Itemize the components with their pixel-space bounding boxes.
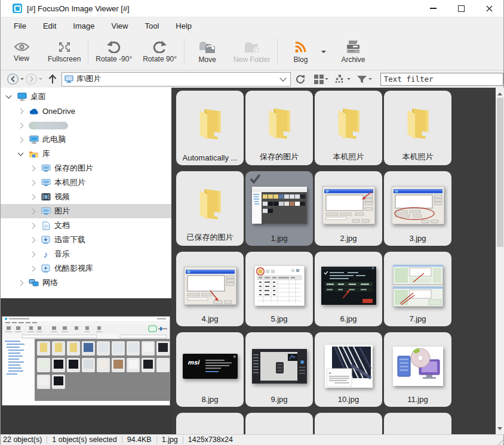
scroll-up-arrow[interactable] — [496, 88, 504, 97]
tree-item-network[interactable]: 网络 — [1, 276, 172, 290]
tile-image-2jpg[interactable]: 2.jpg — [315, 171, 382, 246]
tile-image-3jpg[interactable]: 3.jpg — [384, 171, 451, 246]
move-button[interactable]: Move — [186, 38, 228, 66]
image-thumbnail — [323, 418, 374, 434]
tree-item-this-pc[interactable]: 此电脑 — [1, 132, 172, 147]
view-button[interactable]: View — [1, 39, 42, 65]
view-mode-button[interactable] — [314, 74, 330, 84]
tree-item-youku-library[interactable]: 优酷影视库 — [1, 261, 172, 276]
menu-edit[interactable]: Edit — [35, 18, 64, 33]
rotate-ccw-button[interactable]: Rotate -90° — [90, 38, 137, 66]
archive-button[interactable]: Archive — [332, 38, 374, 66]
expand-chevron[interactable] — [30, 194, 36, 200]
tree-label: 优酷影视库 — [54, 263, 93, 274]
maximize-button[interactable] — [447, 0, 475, 17]
menu-image[interactable]: Image — [64, 18, 103, 33]
filter-button[interactable] — [357, 75, 373, 84]
collapse-chevron[interactable] — [6, 93, 12, 99]
fullscreen-button[interactable]: Fullscreen — [42, 39, 86, 66]
tile-folder-already-saved[interactable]: 已保存的图片 — [176, 171, 244, 246]
tile-folder-saved-pictures[interactable]: 保存的图片 — [245, 91, 313, 165]
tree-item-onedrive[interactable]: OneDrive — [1, 104, 172, 118]
scroll-down-arrow[interactable] — [496, 425, 504, 434]
tile-image-partial-2[interactable] — [245, 413, 313, 434]
onedrive-cloud-icon — [29, 106, 39, 116]
menu-file[interactable]: File — [5, 18, 35, 33]
tile-image-partial-3[interactable] — [315, 413, 382, 434]
rotate-ccw-icon — [106, 41, 121, 53]
grid-scrollbar[interactable] — [496, 88, 504, 434]
back-button[interactable] — [7, 73, 19, 85]
menu-view[interactable]: View — [103, 18, 137, 33]
tile-image-4jpg[interactable]: 4.jpg — [176, 252, 244, 326]
text-filter-input[interactable] — [380, 73, 503, 86]
tree-item-local-photos[interactable]: 本机照片 — [1, 175, 172, 190]
blog-dropdown-caret[interactable] — [321, 51, 326, 55]
tree-label: 此电脑 — [42, 134, 66, 145]
expand-chevron[interactable] — [30, 222, 36, 228]
tree-item-videos[interactable]: 视频 — [1, 190, 172, 204]
tile-image-1jpg[interactable]: 1.jpg — [245, 171, 313, 246]
back-history-caret[interactable] — [20, 78, 24, 82]
refresh-icon — [295, 74, 306, 85]
tree-item-thunder-download[interactable]: 迅雷下载 — [1, 233, 172, 247]
expand-chevron[interactable] — [30, 165, 36, 171]
blog-button[interactable]: Blog — [279, 38, 321, 66]
new-folder-button[interactable]: New Folder — [228, 38, 275, 66]
refresh-button[interactable] — [295, 74, 306, 85]
address-input[interactable]: 库\图片 — [62, 72, 291, 86]
address-dropdown-chevron[interactable] — [279, 75, 286, 81]
tile-image-6jpg[interactable]: 6.jpg — [315, 252, 382, 326]
tile-image-10jpg[interactable]: 10.jpg — [315, 332, 382, 407]
up-button[interactable] — [47, 73, 58, 85]
expand-chevron[interactable] — [18, 122, 24, 128]
filter-caret[interactable] — [368, 78, 372, 82]
fullscreen-label: Fullscreen — [48, 55, 81, 63]
funnel-icon — [357, 75, 367, 84]
menu-help[interactable]: Help — [167, 18, 200, 33]
tree-item-desktop[interactable]: 桌面 — [1, 89, 164, 104]
tile-image-11jpg[interactable]: 11.jpg — [384, 332, 451, 407]
expand-chevron[interactable] — [18, 280, 24, 286]
view-mode-caret[interactable] — [325, 78, 328, 82]
expand-chevron[interactable] — [30, 265, 36, 271]
tile-image-partial-4[interactable] — [384, 413, 451, 434]
tile-image-7jpg[interactable]: 7.jpg — [384, 252, 451, 326]
menu-tool[interactable]: Tool — [136, 18, 167, 33]
tile-label: 7.jpg — [409, 314, 426, 323]
sort-button[interactable] — [334, 74, 352, 84]
tile-folder-automatically[interactable]: Automatically ... — [176, 91, 244, 165]
tile-image-5jpg[interactable]: 5.jpg — [245, 252, 313, 326]
tree-item-user-redacted[interactable] — [1, 118, 172, 132]
tile-folder-local-photos-1[interactable]: 本机照片 — [315, 91, 382, 165]
close-button[interactable] — [475, 0, 503, 17]
collapse-chevron[interactable] — [18, 150, 24, 156]
tile-image-partial-1[interactable] — [176, 413, 244, 434]
expand-chevron[interactable] — [30, 237, 36, 243]
archive-label: Archive — [341, 55, 365, 64]
forward-history-caret[interactable] — [39, 78, 42, 82]
expand-chevron[interactable] — [30, 208, 36, 214]
expand-chevron[interactable] — [18, 108, 24, 114]
tree-item-saved-pictures[interactable]: 保存的图片 — [1, 161, 172, 175]
rotate-cw-button[interactable]: Rotate 90° — [137, 38, 182, 66]
tile-folder-local-photos-2[interactable]: 本机照片 — [384, 91, 451, 165]
expand-chevron[interactable] — [18, 137, 24, 143]
tile-image-8jpg[interactable]: msi 8.jpg — [176, 332, 244, 407]
grid-scrollbar-thumb[interactable] — [497, 98, 503, 247]
status-bar: 22 object(s) 1 object(s) selected 94.4KB… — [1, 434, 503, 445]
expand-chevron[interactable] — [30, 251, 36, 257]
minimize-button[interactable] — [419, 0, 447, 17]
tree-item-pictures[interactable]: 图片 — [1, 204, 172, 218]
expand-chevron[interactable] — [30, 180, 36, 186]
sort-caret[interactable] — [347, 78, 351, 82]
tree-item-music[interactable]: ♪ 音乐 — [1, 247, 172, 261]
tree-item-libraries[interactable]: 库 — [1, 147, 172, 161]
forward-button[interactable] — [25, 73, 38, 85]
back-icon — [7, 73, 19, 85]
tile-image-9jpg[interactable]: 9.jpg — [245, 332, 313, 407]
tree-item-documents[interactable]: 文档 — [1, 218, 172, 233]
desktop-icon — [17, 92, 27, 101]
move-icon — [199, 41, 216, 54]
image-thumbnail — [392, 177, 444, 234]
